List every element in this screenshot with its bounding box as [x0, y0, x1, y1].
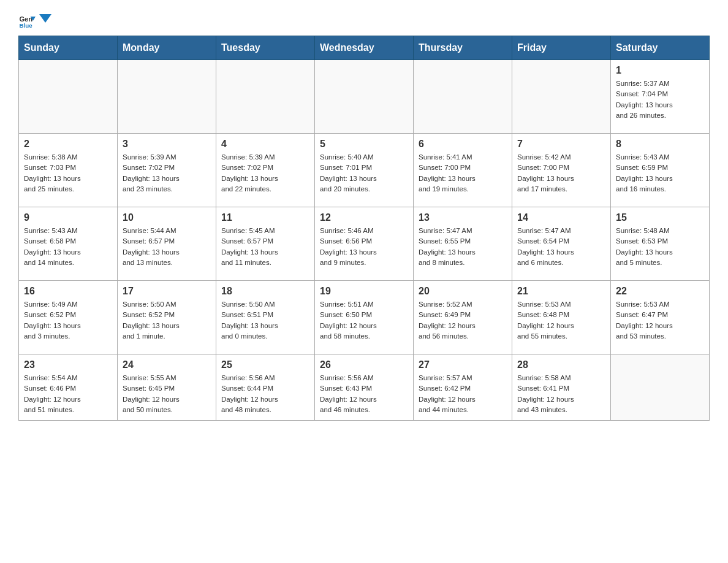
calendar-cell: 7Sunrise: 5:42 AM Sunset: 7:00 PM Daylig… [512, 134, 611, 207]
calendar-cell: 21Sunrise: 5:53 AM Sunset: 6:48 PM Dayli… [512, 281, 611, 354]
day-number: 3 [123, 139, 211, 150]
calendar-cell [19, 60, 118, 134]
day-info: Sunrise: 5:51 AM Sunset: 6:50 PM Dayligh… [320, 299, 408, 342]
day-of-week-header: Saturday [611, 36, 710, 60]
day-number: 8 [616, 139, 704, 150]
calendar-cell: 3Sunrise: 5:39 AM Sunset: 7:02 PM Daylig… [118, 134, 216, 207]
calendar-cell: 14Sunrise: 5:47 AM Sunset: 6:54 PM Dayli… [512, 207, 611, 281]
day-number: 12 [320, 212, 408, 223]
calendar-cell: 9Sunrise: 5:43 AM Sunset: 6:58 PM Daylig… [19, 207, 118, 281]
day-number: 16 [24, 286, 112, 297]
day-info: Sunrise: 5:57 AM Sunset: 6:42 PM Dayligh… [419, 373, 507, 415]
day-number: 20 [419, 286, 507, 297]
calendar-cell: 12Sunrise: 5:46 AM Sunset: 6:56 PM Dayli… [315, 207, 414, 281]
day-info: Sunrise: 5:40 AM Sunset: 7:01 PM Dayligh… [320, 152, 408, 194]
calendar-cell: 20Sunrise: 5:52 AM Sunset: 6:49 PM Dayli… [414, 281, 512, 354]
day-number: 9 [24, 212, 112, 223]
day-number: 7 [517, 139, 605, 150]
day-info: Sunrise: 5:50 AM Sunset: 6:52 PM Dayligh… [123, 299, 211, 342]
day-info: Sunrise: 5:53 AM Sunset: 6:48 PM Dayligh… [517, 299, 605, 342]
calendar-cell: 13Sunrise: 5:47 AM Sunset: 6:55 PM Dayli… [414, 207, 512, 281]
calendar-cell: 1Sunrise: 5:37 AM Sunset: 7:04 PM Daylig… [611, 60, 710, 134]
svg-marker-3 [39, 14, 51, 23]
calendar-cell: 17Sunrise: 5:50 AM Sunset: 6:52 PM Dayli… [118, 281, 216, 354]
calendar-cell: 23Sunrise: 5:54 AM Sunset: 6:46 PM Dayli… [19, 354, 118, 421]
page-header: Gen Blue [18, 12, 710, 29]
day-number: 24 [123, 359, 211, 370]
day-info: Sunrise: 5:39 AM Sunset: 7:02 PM Dayligh… [221, 152, 309, 194]
calendar-cell: 11Sunrise: 5:45 AM Sunset: 6:57 PM Dayli… [216, 207, 315, 281]
day-number: 2 [24, 139, 112, 150]
calendar-cell: 28Sunrise: 5:58 AM Sunset: 6:41 PM Dayli… [512, 354, 611, 421]
day-number: 26 [320, 359, 408, 370]
day-info: Sunrise: 5:46 AM Sunset: 6:56 PM Dayligh… [320, 226, 408, 268]
day-info: Sunrise: 5:38 AM Sunset: 7:03 PM Dayligh… [24, 152, 112, 194]
day-number: 27 [419, 359, 507, 370]
day-info: Sunrise: 5:41 AM Sunset: 7:00 PM Dayligh… [419, 152, 507, 194]
day-number: 10 [123, 212, 211, 223]
day-info: Sunrise: 5:45 AM Sunset: 6:57 PM Dayligh… [221, 226, 309, 268]
svg-text:Blue: Blue [19, 22, 32, 29]
calendar-cell: 8Sunrise: 5:43 AM Sunset: 6:59 PM Daylig… [611, 134, 710, 207]
day-number: 1 [616, 65, 704, 76]
day-number: 22 [616, 286, 704, 297]
calendar-week-row: 16Sunrise: 5:49 AM Sunset: 6:52 PM Dayli… [19, 281, 710, 354]
day-of-week-header: Monday [118, 36, 216, 60]
day-info: Sunrise: 5:39 AM Sunset: 7:02 PM Dayligh… [123, 152, 211, 194]
calendar-cell [611, 354, 710, 421]
day-info: Sunrise: 5:47 AM Sunset: 6:54 PM Dayligh… [517, 226, 605, 268]
day-number: 14 [517, 212, 605, 223]
day-of-week-header: Friday [512, 36, 611, 60]
calendar-cell: 2Sunrise: 5:38 AM Sunset: 7:03 PM Daylig… [19, 134, 118, 207]
day-info: Sunrise: 5:42 AM Sunset: 7:00 PM Dayligh… [517, 152, 605, 194]
logo: Gen Blue [18, 12, 51, 29]
calendar-cell: 16Sunrise: 5:49 AM Sunset: 6:52 PM Dayli… [19, 281, 118, 354]
calendar-cell [216, 60, 315, 134]
calendar-cell: 26Sunrise: 5:56 AM Sunset: 6:43 PM Dayli… [315, 354, 414, 421]
day-of-week-header: Thursday [414, 36, 512, 60]
calendar-cell [414, 60, 512, 134]
calendar-cell: 19Sunrise: 5:51 AM Sunset: 6:50 PM Dayli… [315, 281, 414, 354]
calendar-cell [315, 60, 414, 134]
day-info: Sunrise: 5:44 AM Sunset: 6:57 PM Dayligh… [123, 226, 211, 268]
logo-triangle-icon [39, 14, 51, 26]
day-number: 19 [320, 286, 408, 297]
logo-icon: Gen Blue [18, 12, 36, 29]
day-info: Sunrise: 5:50 AM Sunset: 6:51 PM Dayligh… [221, 299, 309, 342]
day-info: Sunrise: 5:37 AM Sunset: 7:04 PM Dayligh… [616, 79, 704, 121]
day-number: 13 [419, 212, 507, 223]
day-of-week-header: Sunday [19, 36, 118, 60]
calendar-cell [118, 60, 216, 134]
day-number: 21 [517, 286, 605, 297]
day-number: 28 [517, 359, 605, 370]
day-info: Sunrise: 5:58 AM Sunset: 6:41 PM Dayligh… [517, 373, 605, 415]
day-number: 25 [221, 359, 309, 370]
calendar-cell: 15Sunrise: 5:48 AM Sunset: 6:53 PM Dayli… [611, 207, 710, 281]
day-number: 18 [221, 286, 309, 297]
day-number: 15 [616, 212, 704, 223]
calendar-cell: 25Sunrise: 5:56 AM Sunset: 6:44 PM Dayli… [216, 354, 315, 421]
calendar-cell [512, 60, 611, 134]
calendar-week-row: 2Sunrise: 5:38 AM Sunset: 7:03 PM Daylig… [19, 134, 710, 207]
day-info: Sunrise: 5:48 AM Sunset: 6:53 PM Dayligh… [616, 226, 704, 268]
calendar-table: SundayMondayTuesdayWednesdayThursdayFrid… [18, 36, 710, 421]
day-info: Sunrise: 5:56 AM Sunset: 6:43 PM Dayligh… [320, 373, 408, 415]
calendar-cell: 5Sunrise: 5:40 AM Sunset: 7:01 PM Daylig… [315, 134, 414, 207]
calendar-cell: 6Sunrise: 5:41 AM Sunset: 7:00 PM Daylig… [414, 134, 512, 207]
calendar-cell: 27Sunrise: 5:57 AM Sunset: 6:42 PM Dayli… [414, 354, 512, 421]
day-number: 23 [24, 359, 112, 370]
day-number: 6 [419, 139, 507, 150]
day-of-week-header: Wednesday [315, 36, 414, 60]
calendar-week-row: 1Sunrise: 5:37 AM Sunset: 7:04 PM Daylig… [19, 60, 710, 134]
calendar-cell: 4Sunrise: 5:39 AM Sunset: 7:02 PM Daylig… [216, 134, 315, 207]
day-info: Sunrise: 5:47 AM Sunset: 6:55 PM Dayligh… [419, 226, 507, 268]
day-number: 11 [221, 212, 309, 223]
day-number: 4 [221, 139, 309, 150]
day-info: Sunrise: 5:54 AM Sunset: 6:46 PM Dayligh… [24, 373, 112, 415]
calendar-cell: 10Sunrise: 5:44 AM Sunset: 6:57 PM Dayli… [118, 207, 216, 281]
calendar-week-row: 23Sunrise: 5:54 AM Sunset: 6:46 PM Dayli… [19, 354, 710, 421]
day-info: Sunrise: 5:56 AM Sunset: 6:44 PM Dayligh… [221, 373, 309, 415]
calendar-cell: 18Sunrise: 5:50 AM Sunset: 6:51 PM Dayli… [216, 281, 315, 354]
calendar-week-row: 9Sunrise: 5:43 AM Sunset: 6:58 PM Daylig… [19, 207, 710, 281]
calendar-header-row: SundayMondayTuesdayWednesdayThursdayFrid… [19, 36, 710, 60]
